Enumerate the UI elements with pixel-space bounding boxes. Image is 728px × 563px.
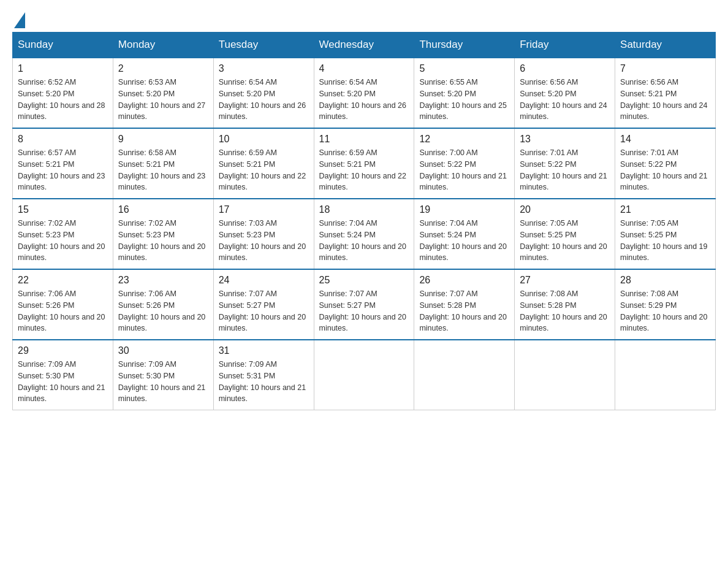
daylight-label: Daylight: 10 hours and 20 minutes. (419, 313, 506, 333)
week-row-3: 15 Sunrise: 7:02 AM Sunset: 5:23 PM Dayl… (13, 199, 716, 269)
logo (12, 12, 25, 26)
daylight-label: Daylight: 10 hours and 20 minutes. (118, 242, 205, 262)
calendar-cell: 30 Sunrise: 7:09 AM Sunset: 5:30 PM Dayl… (113, 340, 213, 410)
sunset-label: Sunset: 5:24 PM (319, 231, 376, 239)
header-monday: Monday (113, 33, 213, 58)
sunrise-label: Sunrise: 7:08 AM (520, 289, 578, 298)
calendar-cell: 3 Sunrise: 6:54 AM Sunset: 5:20 PM Dayli… (213, 58, 314, 128)
calendar-cell: 16 Sunrise: 7:02 AM Sunset: 5:23 PM Dayl… (113, 199, 213, 269)
sunset-label: Sunset: 5:27 PM (319, 301, 376, 310)
calendar-cell: 12 Sunrise: 7:00 AM Sunset: 5:22 PM Dayl… (414, 128, 515, 199)
sunrise-label: Sunrise: 7:01 AM (520, 148, 578, 157)
day-number: 18 (319, 204, 409, 215)
sunrise-label: Sunrise: 6:59 AM (319, 148, 377, 157)
calendar-cell (414, 340, 515, 410)
day-info: Sunrise: 6:56 AM Sunset: 5:21 PM Dayligh… (620, 77, 710, 123)
day-number: 27 (520, 275, 610, 286)
day-number: 21 (620, 204, 710, 215)
calendar-cell: 27 Sunrise: 7:08 AM Sunset: 5:28 PM Dayl… (515, 269, 615, 340)
sunset-label: Sunset: 5:30 PM (118, 372, 175, 380)
daylight-label: Daylight: 10 hours and 20 minutes. (118, 313, 205, 333)
calendar-cell: 17 Sunrise: 7:03 AM Sunset: 5:23 PM Dayl… (213, 199, 314, 269)
day-info: Sunrise: 7:07 AM Sunset: 5:27 PM Dayligh… (219, 288, 309, 334)
calendar-cell: 21 Sunrise: 7:05 AM Sunset: 5:25 PM Dayl… (615, 199, 716, 269)
day-info: Sunrise: 6:58 AM Sunset: 5:21 PM Dayligh… (118, 147, 208, 193)
sunset-label: Sunset: 5:21 PM (319, 160, 376, 169)
calendar-cell: 15 Sunrise: 7:02 AM Sunset: 5:23 PM Dayl… (13, 199, 113, 269)
daylight-label: Daylight: 10 hours and 22 minutes. (219, 172, 306, 192)
sunset-label: Sunset: 5:23 PM (18, 231, 74, 239)
daylight-label: Daylight: 10 hours and 21 minutes. (419, 172, 506, 192)
day-info: Sunrise: 7:08 AM Sunset: 5:28 PM Dayligh… (520, 288, 610, 334)
day-number: 25 (319, 275, 409, 286)
day-info: Sunrise: 6:56 AM Sunset: 5:20 PM Dayligh… (520, 77, 610, 123)
calendar-cell (515, 340, 615, 410)
daylight-label: Daylight: 10 hours and 20 minutes. (319, 242, 406, 262)
sunset-label: Sunset: 5:20 PM (319, 90, 376, 98)
header-wednesday: Wednesday (314, 33, 414, 58)
week-row-2: 8 Sunrise: 6:57 AM Sunset: 5:21 PM Dayli… (13, 128, 716, 199)
calendar-header-row: SundayMondayTuesdayWednesdayThursdayFrid… (13, 33, 716, 58)
sunset-label: Sunset: 5:25 PM (620, 231, 677, 239)
sunrise-label: Sunrise: 6:56 AM (520, 78, 578, 86)
day-number: 29 (18, 345, 108, 356)
sunrise-label: Sunrise: 7:07 AM (319, 289, 377, 298)
calendar-cell: 28 Sunrise: 7:08 AM Sunset: 5:29 PM Dayl… (615, 269, 716, 340)
daylight-label: Daylight: 10 hours and 23 minutes. (18, 172, 105, 192)
sunset-label: Sunset: 5:27 PM (219, 301, 275, 310)
sunset-label: Sunset: 5:31 PM (219, 372, 275, 380)
sunrise-label: Sunrise: 6:59 AM (219, 148, 277, 157)
daylight-label: Daylight: 10 hours and 23 minutes. (118, 172, 205, 192)
week-row-1: 1 Sunrise: 6:52 AM Sunset: 5:20 PM Dayli… (13, 58, 716, 128)
sunrise-label: Sunrise: 6:52 AM (18, 78, 76, 86)
sunset-label: Sunset: 5:20 PM (118, 90, 175, 98)
sunset-label: Sunset: 5:26 PM (118, 301, 175, 310)
calendar-cell: 19 Sunrise: 7:04 AM Sunset: 5:24 PM Dayl… (414, 199, 515, 269)
day-info: Sunrise: 6:55 AM Sunset: 5:20 PM Dayligh… (419, 77, 509, 123)
day-info: Sunrise: 7:01 AM Sunset: 5:22 PM Dayligh… (520, 147, 610, 193)
day-number: 5 (419, 63, 509, 74)
day-number: 11 (319, 134, 409, 145)
day-info: Sunrise: 7:03 AM Sunset: 5:23 PM Dayligh… (219, 218, 309, 264)
day-number: 16 (118, 204, 208, 215)
sunrise-label: Sunrise: 6:54 AM (219, 78, 277, 86)
sunset-label: Sunset: 5:22 PM (620, 160, 677, 169)
calendar-cell: 9 Sunrise: 6:58 AM Sunset: 5:21 PM Dayli… (113, 128, 213, 199)
calendar-cell: 4 Sunrise: 6:54 AM Sunset: 5:20 PM Dayli… (314, 58, 414, 128)
sunrise-label: Sunrise: 7:01 AM (620, 148, 678, 157)
day-info: Sunrise: 7:00 AM Sunset: 5:22 PM Dayligh… (419, 147, 509, 193)
daylight-label: Daylight: 10 hours and 20 minutes. (419, 242, 506, 262)
header-friday: Friday (515, 33, 615, 58)
day-number: 3 (219, 63, 309, 74)
sunrise-label: Sunrise: 7:03 AM (219, 219, 277, 228)
calendar-cell: 14 Sunrise: 7:01 AM Sunset: 5:22 PM Dayl… (615, 128, 716, 199)
day-info: Sunrise: 7:09 AM Sunset: 5:30 PM Dayligh… (18, 359, 108, 405)
day-info: Sunrise: 7:07 AM Sunset: 5:27 PM Dayligh… (319, 288, 409, 334)
day-info: Sunrise: 7:02 AM Sunset: 5:23 PM Dayligh… (18, 218, 108, 264)
daylight-label: Daylight: 10 hours and 20 minutes. (18, 313, 105, 333)
calendar-cell: 18 Sunrise: 7:04 AM Sunset: 5:24 PM Dayl… (314, 199, 414, 269)
sunrise-label: Sunrise: 7:06 AM (118, 289, 176, 298)
calendar-cell: 26 Sunrise: 7:07 AM Sunset: 5:28 PM Dayl… (414, 269, 515, 340)
sunset-label: Sunset: 5:20 PM (18, 90, 74, 98)
day-number: 24 (219, 275, 309, 286)
day-info: Sunrise: 7:02 AM Sunset: 5:23 PM Dayligh… (118, 218, 208, 264)
day-number: 10 (219, 134, 309, 145)
calendar-cell (615, 340, 716, 410)
day-info: Sunrise: 7:06 AM Sunset: 5:26 PM Dayligh… (18, 288, 108, 334)
sunrise-label: Sunrise: 7:02 AM (118, 219, 176, 228)
sunset-label: Sunset: 5:22 PM (419, 160, 476, 169)
day-number: 28 (620, 275, 710, 286)
sunset-label: Sunset: 5:23 PM (118, 231, 175, 239)
week-row-5: 29 Sunrise: 7:09 AM Sunset: 5:30 PM Dayl… (13, 340, 716, 410)
calendar-cell: 8 Sunrise: 6:57 AM Sunset: 5:21 PM Dayli… (13, 128, 113, 199)
sunset-label: Sunset: 5:21 PM (620, 90, 677, 98)
header-tuesday: Tuesday (213, 33, 314, 58)
sunrise-label: Sunrise: 6:58 AM (118, 148, 176, 157)
sunset-label: Sunset: 5:28 PM (419, 301, 476, 310)
sunset-label: Sunset: 5:29 PM (620, 301, 677, 310)
day-info: Sunrise: 6:54 AM Sunset: 5:20 PM Dayligh… (319, 77, 409, 123)
sunset-label: Sunset: 5:21 PM (219, 160, 275, 169)
calendar-cell: 24 Sunrise: 7:07 AM Sunset: 5:27 PM Dayl… (213, 269, 314, 340)
sunset-label: Sunset: 5:30 PM (18, 372, 74, 380)
